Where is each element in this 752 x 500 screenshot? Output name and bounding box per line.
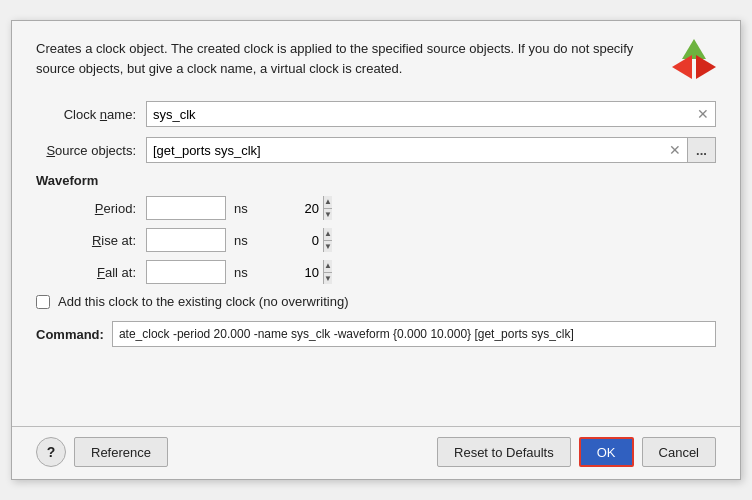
rise-at-unit: ns xyxy=(234,233,248,248)
command-row: Command: ate_clock -period 20.000 -name … xyxy=(36,321,716,347)
source-objects-input-wrapper: ✕ xyxy=(146,137,688,163)
clock-name-row: Clock name: ✕ xyxy=(36,101,716,127)
source-objects-browse-btn[interactable]: ... xyxy=(688,137,716,163)
clock-name-clear-btn[interactable]: ✕ xyxy=(693,104,713,124)
period-arrows: ▲ ▼ xyxy=(323,196,332,220)
xilinx-logo xyxy=(672,39,716,83)
description-row: Creates a clock object. The created cloc… xyxy=(36,39,716,83)
fall-at-spinner: ▲ ▼ xyxy=(146,260,226,284)
fall-at-up-btn[interactable]: ▲ xyxy=(324,260,332,273)
reference-button[interactable]: Reference xyxy=(74,437,168,467)
waveform-title: Waveform xyxy=(36,173,716,188)
description-text: Creates a clock object. The created cloc… xyxy=(36,39,656,78)
logo-tri-red-right xyxy=(696,55,716,79)
footer-left: ? Reference xyxy=(36,437,168,467)
fall-at-row: Fall at: ▲ ▼ ns xyxy=(66,260,716,284)
period-label: Period: xyxy=(66,201,146,216)
logo-tri-red-left xyxy=(672,55,692,79)
rise-at-spinner: ▲ ▼ xyxy=(146,228,226,252)
period-up-btn[interactable]: ▲ xyxy=(324,196,332,209)
source-objects-row: Source objects: ✕ ... xyxy=(36,137,716,163)
waveform-section: Period: ▲ ▼ ns Rise at: ▲ ▼ xyxy=(66,196,716,284)
command-box: ate_clock -period 20.000 -name sys_clk -… xyxy=(112,321,716,347)
fall-at-label: Fall at: xyxy=(66,265,146,280)
period-unit: ns xyxy=(234,201,248,216)
fall-at-arrows: ▲ ▼ xyxy=(323,260,332,284)
clock-name-input[interactable] xyxy=(147,102,693,126)
fall-at-unit: ns xyxy=(234,265,248,280)
checkbox-label: Add this clock to the existing clock (no… xyxy=(58,294,348,309)
source-objects-input[interactable] xyxy=(147,138,665,162)
clock-name-label: Clock name: xyxy=(36,107,146,122)
checkbox-row: Add this clock to the existing clock (no… xyxy=(36,294,716,309)
period-row: Period: ▲ ▼ ns xyxy=(66,196,716,220)
create-clock-dialog: Creates a clock object. The created cloc… xyxy=(11,20,741,480)
clock-name-input-wrapper: ✕ xyxy=(146,101,716,127)
rise-at-down-btn[interactable]: ▼ xyxy=(324,241,332,253)
help-button[interactable]: ? xyxy=(36,437,66,467)
rise-at-label: Rise at: xyxy=(66,233,146,248)
footer-right: Reset to Defaults OK Cancel xyxy=(437,437,716,467)
cancel-button[interactable]: Cancel xyxy=(642,437,716,467)
command-label: Command: xyxy=(36,327,104,342)
footer: ? Reference Reset to Defaults OK Cancel xyxy=(12,427,740,479)
period-spinner: ▲ ▼ xyxy=(146,196,226,220)
reset-defaults-button[interactable]: Reset to Defaults xyxy=(437,437,571,467)
ok-button[interactable]: OK xyxy=(579,437,634,467)
source-objects-label: Source objects: xyxy=(36,143,146,158)
rise-at-row: Rise at: ▲ ▼ ns xyxy=(66,228,716,252)
source-objects-clear-btn[interactable]: ✕ xyxy=(665,140,685,160)
fall-at-down-btn[interactable]: ▼ xyxy=(324,273,332,285)
rise-at-up-btn[interactable]: ▲ xyxy=(324,228,332,241)
rise-at-arrows: ▲ ▼ xyxy=(323,228,332,252)
add-to-existing-checkbox[interactable] xyxy=(36,295,50,309)
dialog-body: Creates a clock object. The created cloc… xyxy=(12,21,740,426)
period-down-btn[interactable]: ▼ xyxy=(324,209,332,221)
